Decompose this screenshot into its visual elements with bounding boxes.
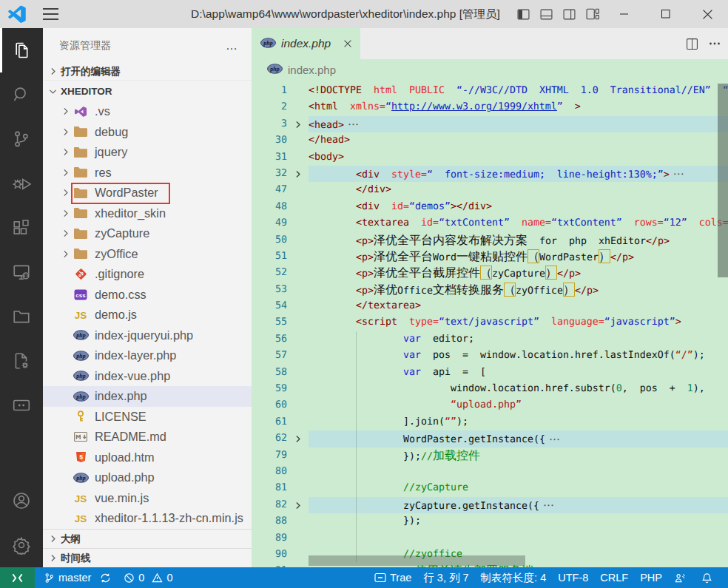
tree-file-.gitignore[interactable]: .gitignore — [43, 264, 252, 285]
line-number: 62 — [252, 430, 287, 447]
tree-folder-xheditor_skin[interactable]: xheditor_skin — [43, 203, 252, 224]
code-line-55[interactable]: 55 <script type=“text/javascript” langua… — [252, 314, 728, 331]
activity-item-file-settings[interactable] — [0, 339, 43, 383]
activity-item-remote-explorer[interactable] — [0, 250, 43, 294]
status-branch[interactable]: master — [44, 572, 91, 584]
code-line-88[interactable]: 88 }); — [252, 513, 728, 530]
code-line-52[interactable]: 52 <p>泽优全平台截屏控件（zyCapture）</p> — [252, 265, 728, 281]
code-line-81[interactable]: 81 //zyCapture — [252, 480, 728, 496]
activity-item-explorer[interactable] — [0, 28, 43, 72]
breadcrumb-item[interactable]: index.php — [288, 64, 336, 76]
code-line-3[interactable]: 3<head>… — [252, 116, 728, 132]
code-line-47[interactable]: 47 </div> — [252, 182, 728, 198]
toggle-panel-icon[interactable] — [535, 0, 558, 28]
tree-file-index-layer.php[interactable]: phpindex-layer.php — [43, 345, 252, 366]
fold-chevron-icon[interactable] — [293, 497, 305, 514]
code-line-31[interactable]: 31<body> — [252, 149, 728, 166]
maximize-button[interactable] — [645, 0, 687, 28]
activity-item-run-debug[interactable] — [0, 161, 43, 206]
tree-file-demo.css[interactable]: cssdemo.css — [43, 285, 252, 305]
tree-file-index.php[interactable]: phpindex.php — [43, 386, 252, 407]
breadcrumb[interactable]: php index.php — [252, 59, 728, 80]
code-line-32[interactable]: 32 <div style=“ font-size:medium; line-h… — [252, 166, 728, 182]
customize-layout-icon[interactable] — [581, 0, 604, 28]
code-line-61[interactable]: 61 ].join(“”); — [252, 414, 728, 430]
code-line-30[interactable]: 30</head> — [252, 132, 728, 149]
tree-folder-WordPaster[interactable]: WordPaster — [43, 183, 252, 203]
code-line-82[interactable]: 82 zyCapture.getInstance({… — [252, 497, 728, 513]
code-line-53[interactable]: 53 <p>泽优Office文档转换服务（zyOffice）</p> — [252, 282, 728, 298]
code-line-59[interactable]: 59 window.location.href.substr(0, pos + … — [252, 381, 728, 397]
tree-file-xheditor-1.1.13-zh-cn.min.js[interactable]: JSxheditor-1.1.13-zh-cn.min.js — [43, 508, 252, 529]
status-problems[interactable]: 00 — [124, 572, 172, 584]
code-line-56[interactable]: 56 var editor; — [252, 331, 728, 348]
code-line-60[interactable]: 60 “upload.php” — [252, 397, 728, 413]
vertical-scrollbar[interactable] — [718, 84, 728, 277]
tree-file-README.md[interactable]: README.md — [43, 427, 252, 447]
status-trae[interactable]: Trae — [374, 572, 411, 584]
fold-chevron-icon[interactable] — [293, 430, 305, 447]
tree-file-LICENSE[interactable]: LICENSE — [43, 407, 252, 428]
tab-close-icon[interactable] — [343, 38, 353, 49]
status-encoding[interactable]: UTF-8 — [558, 572, 588, 584]
outline-section[interactable]: 大纲 — [43, 529, 252, 548]
tree-file-index-jqueryui.php[interactable]: phpindex-jqueryui.php — [43, 325, 252, 346]
code-line-49[interactable]: 49 <textarea id=“txtContent” name=“txtCo… — [252, 215, 728, 232]
code-line-62[interactable]: 62 WordPaster.getInstance({… — [252, 430, 728, 447]
folder-file-icon — [73, 186, 89, 200]
split-editor-icon[interactable] — [686, 38, 698, 50]
status-sync[interactable] — [100, 572, 115, 584]
code-line-2[interactable]: 2<html xmlns=“http://www.w3.org/1999/xht… — [252, 99, 728, 115]
tree-file-demo.js[interactable]: JSdemo.js — [43, 305, 252, 325]
minimize-button[interactable] — [604, 0, 645, 28]
tree-folder-zyCapture[interactable]: zyCapture — [43, 223, 252, 244]
status-cursor-position[interactable]: 行 3, 列 7 — [423, 571, 468, 585]
code-line-54[interactable]: 54 </textarea> — [252, 298, 728, 314]
activity-item-settings[interactable] — [0, 523, 43, 567]
open-editors-section[interactable]: 打开的编辑器 — [43, 63, 252, 81]
code-line-58[interactable]: 58 var api = [ — [252, 365, 728, 381]
activity-item-accounts[interactable] — [0, 479, 43, 523]
tree-file-index-vue.php[interactable]: phpindex-vue.php — [43, 366, 252, 387]
toggle-secondary-sidebar-icon[interactable] — [558, 0, 581, 28]
tree-folder-.vs[interactable]: .vs — [43, 101, 252, 122]
activity-item-panel-view[interactable] — [0, 383, 43, 428]
folder-file-icon — [73, 227, 89, 240]
explorer-actions-icon[interactable]: … — [223, 39, 241, 53]
tree-folder-res[interactable]: res — [43, 163, 252, 183]
fold-chevron-icon[interactable] — [293, 116, 305, 133]
code-editor[interactable]: 1<!DOCTYPE html PUBLIC “-//W3C//DTD XHTM… — [252, 83, 728, 567]
status-tab-size[interactable]: 制表符长度: 4 — [481, 571, 547, 585]
code-line-79[interactable]: 79 });//加载控件 — [252, 447, 728, 464]
code-line-48[interactable]: 48 <div id=“demos”></div> — [252, 199, 728, 215]
tree-file-upload.htm[interactable]: 5upload.htm — [43, 447, 252, 468]
activity-item-extensions[interactable] — [0, 206, 43, 250]
status-notifications[interactable] — [701, 572, 716, 584]
tree-folder-jquery[interactable]: jquery — [43, 142, 252, 163]
activity-item-folder-view[interactable] — [0, 294, 43, 339]
status-feedback[interactable] — [674, 572, 690, 584]
code-line-51[interactable]: 51 <p>泽优全平台Word一键粘贴控件（WordPaster）</p> — [252, 249, 728, 265]
close-button[interactable] — [687, 0, 728, 28]
tree-file-upload.php[interactable]: phpupload.php — [43, 467, 252, 488]
code-line-80[interactable]: 80 — [252, 464, 728, 480]
code-line-50[interactable]: 50 <p>泽优全平台内容发布解决方案 for php xhEditor</p> — [252, 232, 728, 249]
tree-file-vue.min.js[interactable]: JSvue.min.js — [43, 488, 252, 509]
fold-chevron-icon[interactable] — [293, 166, 305, 183]
toggle-sidebar-icon[interactable] — [512, 0, 535, 28]
tab-index-php[interactable]: php index.php — [252, 28, 360, 59]
status-language-mode[interactable]: PHP — [640, 572, 662, 584]
root-folder-section[interactable]: XHEDITOR — [43, 81, 252, 101]
remote-indicator[interactable] — [0, 567, 35, 588]
status-eol[interactable]: CRLF — [600, 572, 628, 584]
activity-item-search[interactable] — [0, 72, 43, 117]
more-actions-icon[interactable] — [709, 38, 721, 50]
tree-folder-zyOffice[interactable]: zyOffice — [43, 244, 252, 265]
code-line-1[interactable]: 1<!DOCTYPE html PUBLIC “-//W3C//DTD XHTM… — [252, 83, 728, 99]
timeline-section[interactable]: 时间线 — [43, 548, 252, 567]
code-line-89[interactable]: 89 — [252, 530, 728, 547]
tree-folder-debug[interactable]: debug — [43, 122, 252, 143]
code-line-57[interactable]: 57 var pos = window.location.href.lastIn… — [252, 348, 728, 364]
horizontal-scrollbar[interactable] — [309, 555, 525, 566]
activity-item-source-control[interactable] — [0, 117, 43, 161]
